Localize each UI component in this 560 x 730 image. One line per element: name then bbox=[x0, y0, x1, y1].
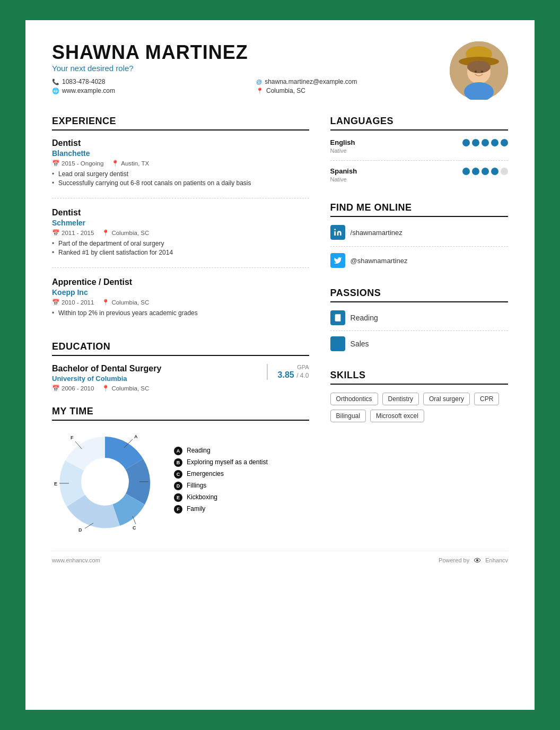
passions-section: PASSIONS Reading bbox=[330, 288, 508, 357]
degree-name: Bachelor of Dental Surgery bbox=[52, 364, 267, 373]
legend-item-b: B Exploring myself as a dentist bbox=[174, 458, 309, 467]
pin-icon: 📍 bbox=[102, 299, 109, 306]
website-value: www.example.com bbox=[62, 87, 115, 94]
job-3-title: Apprentice / Dentist bbox=[52, 277, 309, 287]
legend-letter-e: E bbox=[174, 493, 182, 502]
skill-microsoft-excel: Microsoft excel bbox=[370, 410, 424, 422]
legend-letter-c: C bbox=[174, 470, 182, 479]
footer-url: www.enhancv.com bbox=[52, 557, 100, 563]
education-row: Bachelor of Dental Surgery University of… bbox=[52, 364, 309, 395]
dot-5-empty bbox=[501, 168, 508, 175]
svg-rect-21 bbox=[334, 231, 336, 236]
svg-text:D: D bbox=[78, 527, 82, 533]
passion-sales: Sales bbox=[330, 336, 508, 357]
calendar-icon: 📅 bbox=[52, 160, 59, 167]
email-value: shawna.martinez@example.com bbox=[265, 78, 357, 85]
legend-item-d: D Fillings bbox=[174, 482, 309, 490]
bullet-item: Ranked #1 by client satisfaction for 201… bbox=[52, 249, 309, 256]
website-icon: 🌐 bbox=[52, 88, 59, 94]
job-3-meta: 📅 2010 - 2011 📍 Columbia, SC bbox=[52, 299, 309, 306]
twitter-item[interactable]: @shawnamartinez bbox=[330, 253, 508, 274]
pin-icon: 📍 bbox=[102, 385, 109, 392]
job-3-location: 📍 Columbia, SC bbox=[102, 299, 149, 306]
passion-reading: Reading bbox=[330, 310, 508, 331]
location-icon: 📍 bbox=[256, 88, 264, 94]
job-2-location: 📍 Columbia, SC bbox=[102, 229, 149, 237]
find-online-title: FIND ME ONLINE bbox=[330, 202, 508, 217]
skills-section: SKILLS Orthodontics Dentistry Oral surge… bbox=[330, 370, 508, 422]
experience-title: EXPERIENCE bbox=[52, 116, 309, 131]
left-column: EXPERIENCE Dentist Blanchette 📅 2015 - O… bbox=[52, 116, 309, 535]
passions-title: PASSIONS bbox=[330, 288, 508, 302]
job-2-meta: 📅 2011 - 2015 📍 Columbia, SC bbox=[52, 229, 309, 237]
bullet-item: Successfully carrying out 6-8 root canal… bbox=[52, 179, 309, 187]
twitter-handle: @shawnamartinez bbox=[351, 257, 408, 265]
edu-location: 📍 Columbia, SC bbox=[102, 385, 149, 392]
bullet-item: Lead oral surgery dentist bbox=[52, 170, 309, 178]
location-value: Columbia, SC bbox=[266, 87, 305, 94]
header-section: SHAWNA MARTINEZ Your next desired role? … bbox=[52, 41, 508, 100]
gpa-row: 3.85 / 4.0 bbox=[276, 370, 309, 380]
legend-item-c: C Emergencies bbox=[174, 470, 309, 479]
find-online-section: FIND ME ONLINE /shawnamartinez bbox=[330, 202, 508, 274]
phone-icon: 📞 bbox=[52, 79, 59, 85]
experience-section: EXPERIENCE Dentist Blanchette 📅 2015 - O… bbox=[52, 116, 309, 328]
phone-value: 1083-478-4028 bbox=[62, 78, 105, 85]
phone-contact: 📞 1083-478-4028 bbox=[52, 78, 246, 85]
school-name: University of Columbia bbox=[52, 375, 267, 383]
my-time-content: A C D E bbox=[52, 429, 309, 535]
right-column: LANGUAGES English Native bbox=[330, 116, 508, 535]
resume-page: SHAWNA MARTINEZ Your next desired role? … bbox=[25, 20, 535, 710]
svg-point-5 bbox=[467, 60, 491, 73]
job-1: Dentist Blanchette 📅 2015 - Ongoing 📍 Au… bbox=[52, 138, 309, 198]
avatar bbox=[450, 41, 508, 100]
linkedin-handle: /shawnamartinez bbox=[351, 229, 402, 237]
brand-name: Enhancv bbox=[485, 557, 508, 563]
linkedin-item[interactable]: /shawnamartinez bbox=[330, 225, 508, 247]
legend-item-f: F Family bbox=[174, 505, 309, 514]
language-spanish-dots bbox=[462, 168, 508, 175]
gpa-total: / 4.0 bbox=[296, 372, 309, 379]
job-1-location: 📍 Austin, TX bbox=[111, 160, 149, 167]
skill-oral-surgery: Oral surgery bbox=[423, 393, 470, 405]
legend-text-d: Fillings bbox=[187, 482, 206, 489]
website-contact: 🌐 www.example.com bbox=[52, 87, 246, 94]
calendar-icon: 📅 bbox=[52, 229, 59, 237]
candidate-name: SHAWNA MARTINEZ bbox=[52, 41, 450, 64]
donut-chart: A C D E bbox=[52, 429, 158, 535]
language-english-dots bbox=[462, 139, 508, 146]
language-english: English Native bbox=[330, 138, 508, 161]
book-icon bbox=[330, 310, 345, 325]
language-spanish-row: Spanish bbox=[330, 167, 508, 175]
edu-period: 📅 2006 - 2010 bbox=[52, 385, 94, 392]
dot-1 bbox=[462, 139, 470, 146]
legend-text-a: Reading bbox=[187, 447, 211, 454]
twitter-icon bbox=[330, 253, 345, 268]
legend-text-f: Family bbox=[187, 505, 205, 512]
gpa-value: 3.85 bbox=[278, 370, 294, 379]
job-2-company: Schmeler bbox=[52, 219, 309, 227]
pin-icon: 📍 bbox=[102, 229, 109, 237]
language-spanish-level: Native bbox=[330, 176, 508, 183]
job-1-period: 📅 2015 - Ongoing bbox=[52, 160, 103, 167]
job-2: Dentist Schmeler 📅 2011 - 2015 📍 Columbi… bbox=[52, 208, 309, 268]
main-content: EXPERIENCE Dentist Blanchette 📅 2015 - O… bbox=[52, 116, 508, 535]
language-spanish: Spanish Native bbox=[330, 167, 508, 189]
job-3-bullets: Within top 2% in previous years academic… bbox=[52, 309, 309, 317]
legend-letter-f: F bbox=[174, 505, 182, 514]
job-1-bullets: Lead oral surgery dentist Successfully c… bbox=[52, 170, 309, 187]
pin-icon: 📍 bbox=[111, 160, 119, 167]
education-left: Bachelor of Dental Surgery University of… bbox=[52, 364, 267, 395]
languages-title: LANGUAGES bbox=[330, 116, 508, 131]
skills-grid: Orthodontics Dentistry Oral surgery CPR … bbox=[330, 393, 508, 422]
header-left: SHAWNA MARTINEZ Your next desired role? … bbox=[52, 41, 450, 94]
education-title: EDUCATION bbox=[52, 341, 309, 356]
svg-point-7 bbox=[475, 71, 477, 73]
dot-2 bbox=[472, 168, 479, 175]
legend-letter-a: A bbox=[174, 447, 182, 455]
legend-text-e: Kickboxing bbox=[187, 493, 217, 501]
skills-title: SKILLS bbox=[330, 370, 508, 385]
dot-4 bbox=[491, 139, 498, 146]
job-1-title: Dentist bbox=[52, 138, 309, 148]
job-2-title: Dentist bbox=[52, 208, 309, 218]
